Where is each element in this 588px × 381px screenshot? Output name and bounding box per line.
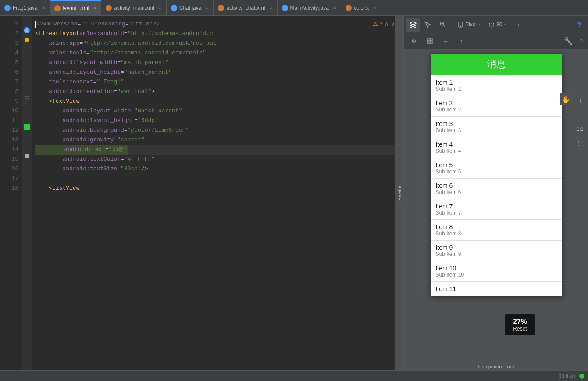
close-tab-chat[interactable]: ✕ xyxy=(205,5,209,10)
list-item[interactable]: Item 5Sub Item 5 xyxy=(431,158,562,179)
xml-icon4 xyxy=(346,5,352,11)
hand-tool-btn[interactable] xyxy=(407,34,421,48)
code-line-11: android:layout_height="50dp" xyxy=(35,116,404,126)
right-panel: Pixel ▾ 30 ▾ » ? xyxy=(404,16,588,370)
close-tab-mainactivity[interactable]: ✕ xyxy=(333,5,336,10)
xml-icon3 xyxy=(218,5,224,11)
xml-icon2 xyxy=(106,5,112,11)
wrench-btn[interactable]: 🔧 xyxy=(561,34,575,48)
warning-up[interactable]: ∧ xyxy=(385,21,389,27)
hand-float-btn[interactable]: ✋ xyxy=(560,93,572,105)
warning-down[interactable]: ∨ xyxy=(391,21,395,27)
more-btn[interactable]: » xyxy=(510,18,524,32)
code-line-5: android:layout_width="match_parent" xyxy=(35,58,404,68)
code-line-9: <TextView xyxy=(35,97,404,106)
help-btn2[interactable]: ? xyxy=(577,38,585,44)
code-line-2: <LinearLayout xmlns:android="http://sche… xyxy=(35,29,404,39)
layers-btn[interactable] xyxy=(406,18,420,32)
phone-icon xyxy=(457,22,463,28)
palette-tab[interactable]: Palette xyxy=(395,16,404,370)
preview-area[interactable]: 消息 Item 1Sub Item 1Item 2Sub Item 2Item … xyxy=(404,49,588,362)
svg-point-10 xyxy=(492,25,492,25)
code-line-16: android:textSize="30sp" /> xyxy=(35,164,404,174)
tab-activity-chat[interactable]: activity_chat.xml ✕ xyxy=(214,0,277,15)
java-icon xyxy=(4,5,11,11)
svg-point-5 xyxy=(460,26,461,27)
editor-container: 123456789101112131415161718 C🛡 <?xml ver… xyxy=(0,16,404,370)
list-item[interactable]: Item 6Sub Item 6 xyxy=(431,179,562,199)
xml-icon xyxy=(54,5,61,11)
close-tab-activity-chat[interactable]: ✕ xyxy=(269,5,273,10)
list-item[interactable]: Item 11 xyxy=(431,282,562,296)
android-icon xyxy=(488,22,495,28)
svg-line-7 xyxy=(489,23,490,24)
vertical-arrows-btn[interactable]: ↕ xyxy=(454,34,468,48)
close-tab-activity-main[interactable]: ✕ xyxy=(158,5,162,10)
tab-bar: Frag1.java ✕ layout1.xml ✕ activity_main… xyxy=(0,0,588,16)
svg-line-8 xyxy=(493,23,494,24)
zoom-out-btn[interactable]: − xyxy=(574,109,586,121)
tab-mainactivity[interactable]: MainActivity.java ✕ xyxy=(278,0,341,15)
line-numbers: 123456789101112131415161718 xyxy=(0,16,22,370)
list-item[interactable]: Item 1Sub Item 1 xyxy=(431,75,562,96)
code-line-7: tools:context=".Frag1" xyxy=(35,77,404,87)
code-line-18: <ListView xyxy=(35,183,404,193)
tab-layout1[interactable]: layout1.xml ✕ xyxy=(50,0,102,15)
horizontal-arrows-btn[interactable]: ↔ xyxy=(438,34,453,48)
component-tree-tab[interactable]: Component Tree xyxy=(404,362,588,370)
tab-frag1[interactable]: Frag1.java ✕ xyxy=(0,0,50,15)
editor-content[interactable]: <?xml version="1.0" encoding="utf-8"?><L… xyxy=(32,16,404,370)
main-area: 123456789101112131415161718 C🛡 <?xml ver… xyxy=(0,16,588,370)
right-toolbar: Pixel ▾ 30 ▾ » ? xyxy=(404,16,588,33)
connection-indicator xyxy=(579,374,584,379)
zoom-btn[interactable] xyxy=(436,18,450,32)
api-chevron-icon: ▾ xyxy=(504,22,506,27)
code-line-12: android:background="@color/LimeGreen" xyxy=(35,126,404,135)
tab-chat[interactable]: Chat.java ✕ xyxy=(167,0,214,15)
svg-line-1 xyxy=(444,25,445,27)
zoom-in-btn[interactable]: + xyxy=(574,95,586,107)
preview-list: Item 1Sub Item 1Item 2Sub Item 2Item 3Su… xyxy=(431,75,562,296)
tab-colors[interactable]: colors. ✕ xyxy=(341,0,381,15)
code-line-8: android:orientation="vertical"> xyxy=(35,87,404,97)
code-line-4: xmlns:tools="http://schemas.android.com/… xyxy=(35,48,404,58)
svg-rect-13 xyxy=(427,42,429,44)
list-item[interactable]: Item 2Sub Item 2 xyxy=(431,96,562,117)
close-tab-layout1[interactable]: ✕ xyxy=(93,6,96,11)
list-item[interactable]: Item 3Sub Item 3 xyxy=(431,117,562,137)
list-item[interactable]: Item 8Sub Item 8 xyxy=(431,220,562,241)
device-selector[interactable]: Pixel ▾ xyxy=(454,22,484,28)
code-line-3: xmlns:app="http://schemas.android.com/ap… xyxy=(35,39,404,48)
list-item[interactable]: Item 7Sub Item 7 xyxy=(431,199,562,220)
zoom-frame-btn[interactable]: ⬚ xyxy=(574,137,586,149)
java-icon2 xyxy=(171,5,177,11)
zoom-controls: + − 1:1 ⬚ xyxy=(572,93,588,151)
zoom-overlay: 27% Reset xyxy=(505,314,535,335)
bottom-bar: 33.8 k/s xyxy=(0,370,588,381)
code-line-17 xyxy=(35,174,404,183)
grid-btn[interactable] xyxy=(423,34,437,48)
close-tab-frag1[interactable]: ✕ xyxy=(42,5,45,10)
svg-rect-14 xyxy=(430,42,432,44)
list-item[interactable]: Item 9Sub Item 9 xyxy=(431,241,562,261)
code-line-1: <?xml version="1.0" encoding="utf-8"?> xyxy=(35,19,404,29)
warning-icon: ⚠ xyxy=(373,21,378,27)
list-item[interactable]: Item 10Sub Item 10 xyxy=(431,261,562,282)
code-line-14: android:text="消息" xyxy=(35,145,404,155)
api-selector[interactable]: 30 ▾ xyxy=(485,22,510,28)
help-btn[interactable]: ? xyxy=(572,18,586,32)
indicator-gutter: C🛡 xyxy=(22,16,32,370)
editor-toolbar: ⚠ 2 ∧ ∨ xyxy=(369,16,399,32)
preview-header: 消息 xyxy=(431,54,562,75)
code-line-13: android:gravity="center" xyxy=(35,135,404,145)
close-tab-colors[interactable]: ✕ xyxy=(373,5,377,10)
zoom-fit-btn[interactable]: 1:1 xyxy=(574,123,586,135)
tab-activity-main[interactable]: activity_main.xml ✕ xyxy=(101,0,166,15)
code-line-15: android:textColor="#FFFFFF" xyxy=(35,155,404,164)
select-btn[interactable] xyxy=(421,18,435,32)
list-item[interactable]: Item 4Sub Item 4 xyxy=(431,137,562,158)
svg-rect-12 xyxy=(430,39,432,41)
svg-point-9 xyxy=(490,25,491,25)
second-toolbar: ↔ ↕ 🔧 ? xyxy=(404,33,588,49)
phone-preview: 消息 Item 1Sub Item 1Item 2Sub Item 2Item … xyxy=(431,54,562,296)
